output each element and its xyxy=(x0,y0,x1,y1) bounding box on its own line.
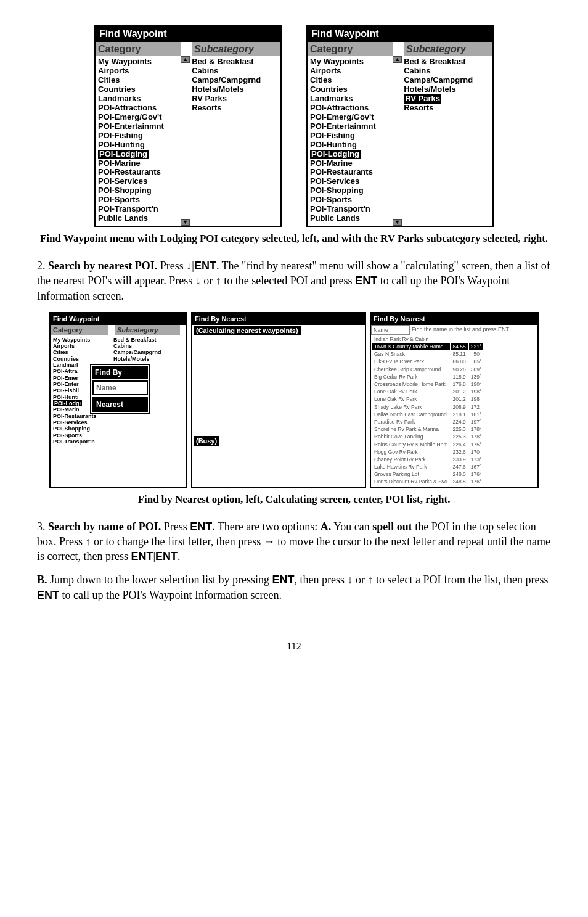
list-item[interactable]: Hotels/Motels xyxy=(404,85,490,94)
list-item[interactable]: POI-Shopping xyxy=(53,426,108,432)
list-item[interactable]: Camps/Campgrnd xyxy=(192,76,278,85)
scroll-down-icon[interactable]: ▼ xyxy=(393,219,402,226)
table-row[interactable]: Dallas North East Campground218.1181° xyxy=(372,411,483,417)
table-row[interactable]: Crossroads Mobile Home Park176.8190° xyxy=(372,381,483,387)
table-row[interactable]: Lake Hawkins Rv Park247.6167° xyxy=(372,464,483,470)
list-item[interactable]: POI-Entertainmnt xyxy=(98,122,178,131)
list-item[interactable]: Countries xyxy=(310,85,390,94)
table-row[interactable]: Town & Country Mobile Home84.55221° xyxy=(372,343,483,350)
list-item[interactable]: Resorts xyxy=(192,104,278,113)
list-item[interactable]: POI-Lodging xyxy=(310,150,361,159)
category-list[interactable]: My WaypointsAirportsCitiesCountriesLandm… xyxy=(96,56,181,226)
list-item[interactable]: Landmarks xyxy=(310,94,390,104)
table-row[interactable]: Elk-O-Vue River Park86.8065° xyxy=(372,358,483,364)
table-row[interactable]: Lone Oak Rv Park201.2198° xyxy=(372,396,483,402)
list-item[interactable]: Hotels/Motels xyxy=(113,356,161,362)
list-item[interactable]: POI-Fishing xyxy=(310,131,390,141)
table-row[interactable]: Don's Discount Rv Parks & Svc248.8176° xyxy=(372,479,483,485)
category-header: Category xyxy=(96,42,181,57)
popup-title: Find By xyxy=(92,366,148,379)
list-item[interactable]: Countries xyxy=(53,356,108,362)
list-item[interactable]: POI-Emerg/Gov't xyxy=(310,113,390,122)
scroll-down-icon[interactable]: ▼ xyxy=(181,219,190,226)
list-item[interactable]: POI-Transport'n xyxy=(53,438,108,445)
list-item[interactable]: RV Parks xyxy=(192,94,278,104)
list-item[interactable]: Airports xyxy=(310,67,390,76)
list-item[interactable]: Cities xyxy=(53,349,108,355)
table-row[interactable]: Cherokee Strip Campground90.26309° xyxy=(372,366,483,372)
popup-option-nearest[interactable]: Nearest xyxy=(92,397,148,412)
list-item[interactable]: POI-Shopping xyxy=(98,186,178,195)
table-row[interactable]: Paradise Rv Park224.9197° xyxy=(372,419,483,425)
list-item[interactable]: POI-Hunting xyxy=(310,141,390,150)
poi-results-table[interactable]: Indian Park Rv & CabinTown & Country Mob… xyxy=(371,335,484,487)
figure-2: Find Waypoint Category Subcategory My Wa… xyxy=(37,312,551,488)
list-item[interactable]: Bed & Breakfast xyxy=(404,57,490,67)
list-item[interactable]: POI-Restaurants xyxy=(310,168,390,177)
list-item[interactable]: Resorts xyxy=(404,104,490,113)
list-item[interactable]: POI-Sports xyxy=(53,432,108,438)
list-item[interactable]: POI-Fishing xyxy=(98,131,178,141)
ent-key: ENT xyxy=(155,550,178,562)
list-item[interactable]: Airports xyxy=(98,67,178,76)
list-item[interactable]: POI-Attractions xyxy=(310,104,390,113)
list-item[interactable]: My Waypoints xyxy=(310,57,390,67)
list-item[interactable]: POI-Transport'n xyxy=(310,205,390,214)
list-item[interactable]: Countries xyxy=(98,85,178,94)
table-row[interactable]: Rains County Rv & Mobile Hom226.4175° xyxy=(372,442,483,448)
list-item[interactable]: My Waypoints xyxy=(53,337,108,343)
list-item[interactable]: My Waypoints xyxy=(98,57,178,67)
list-item[interactable]: Camps/Campgrnd xyxy=(404,76,490,85)
table-row[interactable]: Shoreline Rv Park & Marina225.3178° xyxy=(372,426,483,432)
category-list[interactable]: My WaypointsAirportsCitiesCountriesLandm… xyxy=(308,56,393,226)
list-item[interactable]: Cabins xyxy=(192,67,278,76)
list-item[interactable]: Cities xyxy=(98,76,178,85)
list-item[interactable]: POI-Attractions xyxy=(98,104,178,113)
list-item[interactable]: POI-Emerg/Gov't xyxy=(98,113,178,122)
table-row[interactable]: Lone Oak Rv Park201.2198° xyxy=(372,389,483,395)
list-item[interactable]: POI-Services xyxy=(310,177,390,186)
list-item[interactable]: POI-Hunting xyxy=(98,141,178,150)
list-item[interactable]: POI-Restaurants xyxy=(98,168,178,177)
list-item[interactable]: POI-Transport'n xyxy=(98,205,178,214)
list-item[interactable]: POI-Marine xyxy=(310,159,390,168)
table-row[interactable]: Big Cedar Rv Park118.9139° xyxy=(372,374,483,380)
list-item[interactable]: Hotels/Motels xyxy=(192,85,278,94)
list-item[interactable]: POI-Sports xyxy=(98,195,178,205)
name-field-label[interactable]: Name xyxy=(371,325,410,335)
list-item[interactable]: POI-Lodging xyxy=(98,150,149,159)
list-item[interactable]: Airports xyxy=(53,343,108,349)
table-row[interactable]: Rabbit Cove Landing225.3178° xyxy=(372,434,483,440)
list-item[interactable]: RV Parks xyxy=(404,94,441,104)
list-item[interactable]: POI-Sports xyxy=(310,195,390,205)
list-item[interactable]: Bed & Breakfast xyxy=(113,337,161,343)
list-item[interactable]: Camps/Campgrnd xyxy=(113,349,161,355)
list-item[interactable]: POI-Marine xyxy=(98,159,178,168)
scroll-up-icon[interactable]: ▲ xyxy=(393,56,402,63)
list-item[interactable]: Landmarks xyxy=(98,94,178,104)
list-item[interactable]: POI-Lodgi xyxy=(53,400,82,406)
subcategory-list[interactable]: Bed & BreakfastCabinsCamps/CampgrndHotel… xyxy=(401,56,492,226)
subcategory-list[interactable]: Bed & BreakfastCabinsCamps/CampgrndHotel… xyxy=(189,56,280,226)
list-item[interactable]: POI-Services xyxy=(53,419,108,426)
table-row[interactable]: Hogg Gov Rv Park232.6170° xyxy=(372,449,483,455)
subcategory-header: Subcategory xyxy=(115,325,180,335)
table-row[interactable]: Chaney Point Rv Park233.9173° xyxy=(372,456,483,463)
list-item[interactable]: Cities xyxy=(310,76,390,85)
figure-1-caption: Find Waypoint menu with Lodging POI cate… xyxy=(37,232,551,246)
list-item[interactable]: Public Lands xyxy=(98,214,178,223)
table-row[interactable]: Indian Park Rv & Cabin xyxy=(372,336,483,342)
calculating-status: (Calculating nearest waypoints) xyxy=(194,326,301,335)
table-row[interactable]: Gas N Snack85.1150° xyxy=(372,351,483,357)
list-item[interactable]: Public Lands xyxy=(310,214,390,223)
popup-option-name[interactable]: Name xyxy=(92,380,148,395)
list-item[interactable]: POI-Shopping xyxy=(310,186,390,195)
scroll-up-icon[interactable]: ▲ xyxy=(181,56,190,63)
list-item[interactable]: POI-Entertainmnt xyxy=(310,122,390,131)
table-row[interactable]: Shady Lake Rv Park208.9172° xyxy=(372,404,483,410)
list-item[interactable]: Bed & Breakfast xyxy=(192,57,278,67)
table-row[interactable]: Groves Parking Lot248.0176° xyxy=(372,471,483,477)
list-item[interactable]: Cabins xyxy=(404,67,490,76)
list-item[interactable]: Cabins xyxy=(113,343,161,349)
list-item[interactable]: POI-Services xyxy=(98,177,178,186)
